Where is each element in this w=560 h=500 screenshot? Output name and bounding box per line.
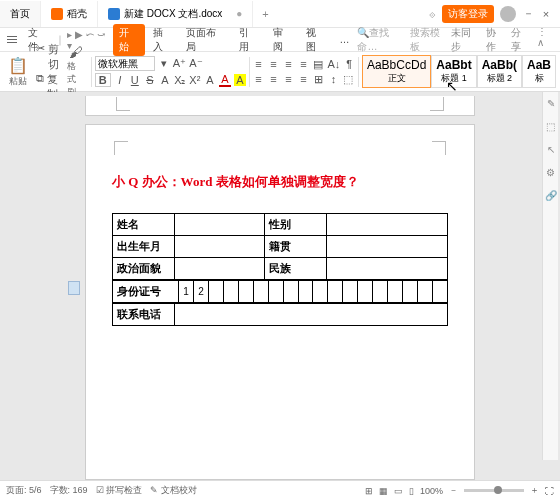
unsync-label[interactable]: 未同步 (451, 26, 480, 54)
document-canvas: 小 Q 办公：Word 表格如何单独调整宽度？ 姓名性别 出生年月籍贯 政治面貌… (0, 92, 560, 480)
guest-login-button[interactable]: 访客登录 (442, 5, 494, 23)
page-heading: 小 Q 办公：Word 表格如何单独调整宽度？ (112, 173, 448, 191)
underline-button[interactable]: U (129, 74, 141, 86)
document-page[interactable]: 小 Q 办公：Word 表格如何单独调整宽度？ 姓名性别 出生年月籍贯 政治面貌… (85, 124, 475, 480)
paste-group[interactable]: 📋粘贴 (4, 56, 32, 88)
page-label: 页面: 5/6 (6, 484, 42, 497)
style-body[interactable]: AaBbCcDd正文 (362, 55, 431, 88)
phone-row[interactable]: 联系电话 (112, 303, 448, 326)
word-count: 字数: 169 (50, 484, 88, 497)
view-mode-icon[interactable]: ▯ (409, 486, 414, 496)
hamburger-icon[interactable] (4, 33, 20, 46)
avatar[interactable] (500, 6, 516, 22)
find-command[interactable]: 🔍查找命… (357, 26, 408, 54)
new-tab-button[interactable]: + (253, 8, 277, 20)
sup-button[interactable]: X² (189, 74, 201, 86)
menu-insert[interactable]: 插入 (147, 24, 178, 56)
strike-button[interactable]: S (144, 74, 156, 86)
font-family-select[interactable] (95, 56, 155, 71)
toolbar: 📋粘贴 ✂剪切 ⧉复制 🖌格式刷 ▾A⁺A⁻ B I U S A X₂ X² A… (0, 52, 560, 92)
style-h3[interactable]: AaB标 (522, 55, 556, 88)
font-effect[interactable]: A (159, 74, 171, 86)
menu-start[interactable]: 开始 (113, 24, 144, 56)
form-table[interactable]: 姓名性别 出生年月籍贯 政治面貌民族 (112, 213, 448, 280)
style-h1[interactable]: AaBbt标题 1 (431, 55, 476, 88)
cut-button[interactable]: ✂ (36, 42, 45, 72)
id-row[interactable]: 身份证号 12 (112, 280, 448, 303)
font-color[interactable]: A (219, 73, 231, 87)
status-bar: 页面: 5/6 字数: 169 ☑ 拼写检查 ✎ 文档校对 ⊞ ▦ ▭ ▯ 10… (0, 480, 560, 500)
search-template[interactable]: 搜索模板 (410, 26, 449, 54)
clear-format[interactable]: A (204, 74, 216, 86)
spell-check[interactable]: ☑ 拼写检查 (96, 484, 143, 497)
section-icon[interactable] (68, 281, 80, 295)
bold-button[interactable]: B (95, 73, 111, 87)
menu-layout[interactable]: 页面布局 (180, 24, 231, 56)
view-mode-icon[interactable]: ▦ (379, 486, 388, 496)
menu-review[interactable]: 审阅 (267, 24, 298, 56)
view-mode-icon[interactable]: ⊞ (365, 486, 373, 496)
view-mode-icon[interactable]: ▭ (394, 486, 403, 496)
share-label[interactable]: 分享 (511, 26, 530, 54)
menu-view[interactable]: 视图 (300, 24, 331, 56)
italic-button[interactable]: I (114, 74, 126, 86)
tool-settings-icon[interactable]: ⚙ (546, 167, 555, 178)
proof[interactable]: ✎ 文档校对 (150, 484, 197, 497)
zoom-level[interactable]: 100% (420, 486, 443, 496)
side-panel: ✎ ⬚ ↖ ⚙ 🔗 (542, 92, 558, 460)
menu-ref[interactable]: 引用 (233, 24, 264, 56)
word-icon (108, 8, 120, 20)
highlight[interactable]: A (234, 74, 246, 86)
coop-label[interactable]: 协作 (486, 26, 505, 54)
style-h2[interactable]: AaBb(标题 2 (477, 55, 522, 88)
tool-cursor-icon[interactable]: ↖ (547, 144, 555, 155)
close-button[interactable]: × (540, 8, 552, 20)
zoom-slider[interactable] (464, 489, 524, 492)
tool-select-icon[interactable]: ⬚ (546, 121, 555, 132)
tool-clip-icon[interactable]: 🔗 (545, 190, 557, 201)
shell-icon (51, 8, 63, 20)
sync-icon[interactable]: ⟐ (429, 8, 436, 20)
format-brush[interactable]: 🖌格式刷 (63, 44, 88, 99)
sub-button[interactable]: X₂ (174, 74, 186, 87)
minimize-button[interactable]: － (522, 6, 534, 21)
style-gallery: AaBbCcDd正文 AaBbt标题 1 AaBb(标题 2 AaB标 (362, 55, 556, 88)
tool-pencil-icon[interactable]: ✎ (547, 98, 555, 109)
menu-more[interactable]: … (333, 32, 355, 47)
